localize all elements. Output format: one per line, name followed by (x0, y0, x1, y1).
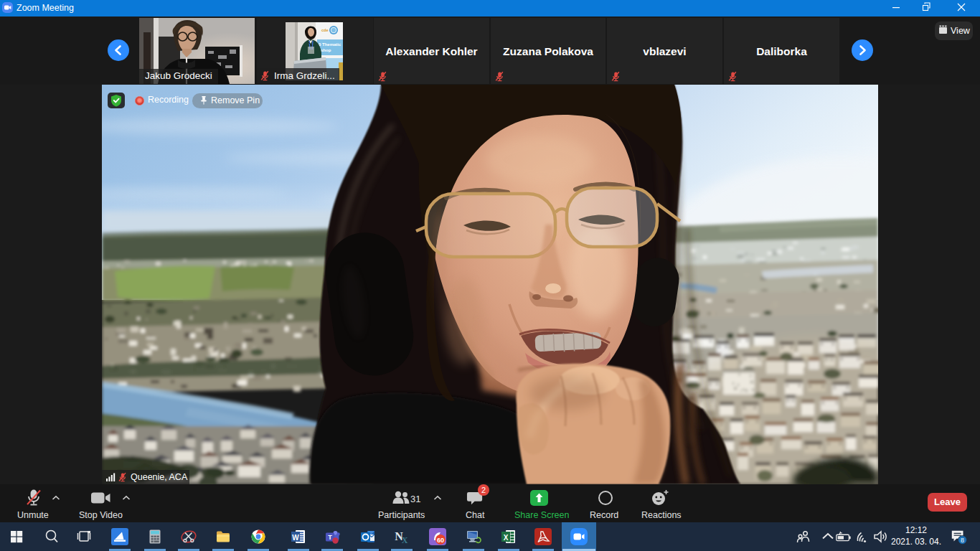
svg-text:cde: cde (321, 28, 328, 32)
svg-text:T: T (328, 534, 332, 541)
svg-text:X: X (402, 535, 408, 545)
svg-text:X: X (504, 534, 509, 542)
svg-text:shop: shop (321, 48, 331, 52)
svg-text:60: 60 (437, 537, 444, 544)
svg-text:View: View (951, 26, 971, 36)
svg-text:W: W (292, 534, 299, 542)
svg-text:8: 8 (961, 537, 964, 544)
svg-text:0 Thematic: 0 Thematic (319, 42, 341, 47)
